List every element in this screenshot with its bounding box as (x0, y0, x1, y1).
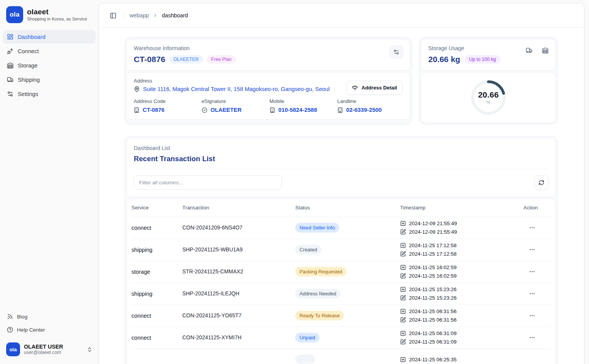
filter-input[interactable] (134, 175, 282, 190)
cell-service: connect (131, 327, 182, 349)
column-action: Action (522, 199, 551, 217)
signpost-icon (352, 85, 358, 91)
cell-transaction: CON-20241125-XYMI7H (182, 327, 295, 349)
refresh-button[interactable] (534, 175, 549, 190)
cell-timestamp: 2024-11-25 17:12:58 2024-11-25 17:12:58 (400, 239, 522, 261)
created-timestamp: 2024-11-25 06:31:56 (400, 308, 522, 314)
row-actions-button[interactable] (527, 289, 538, 298)
created-timestamp: 2024-11-25 15:23:26 (400, 286, 522, 292)
breadcrumb-webapp[interactable]: webapp (130, 12, 149, 19)
chevron-right-icon (153, 13, 158, 18)
truck-icon (7, 76, 13, 83)
storage-view-button[interactable] (541, 46, 549, 54)
column-timestamp: Timestamp (400, 199, 522, 217)
row-actions-button[interactable] (527, 311, 538, 320)
status-badge: Created (295, 245, 321, 254)
building-icon (134, 107, 140, 113)
row-actions-button[interactable] (527, 333, 538, 342)
cell-action (522, 283, 551, 305)
sidebar-item-help-center[interactable]: Help Center (3, 324, 96, 335)
updated-timestamp: 2024-11-25 15:23:26 (400, 295, 522, 301)
updated-timestamp: 2024-11-25 06:31:56 (400, 317, 522, 323)
divider (134, 169, 549, 169)
sidebar-toggle-button[interactable] (108, 10, 118, 21)
storage-card-group: Storage Usage 20.66 kg Up to 100 kg (419, 37, 558, 125)
sidebar: ola olaeet Shopping in Korea, as Service… (0, 0, 99, 364)
brand-name: olaeet (27, 8, 87, 16)
field-label: Mobile (269, 98, 337, 104)
sidebar-item-label: Connect (18, 48, 39, 54)
field-value[interactable]: 010-5824-2588 (278, 107, 317, 113)
transactions-card-group: Dashboard List Recent Transaction List S… (125, 136, 558, 364)
square-pen-icon (400, 251, 406, 257)
field-value[interactable]: OLAEETER (210, 107, 242, 113)
cell-action (522, 349, 551, 364)
plan-badge: Free Plan (207, 55, 236, 64)
ellipsis-icon (529, 224, 535, 231)
field-value[interactable]: 02-6339-2500 (346, 107, 382, 113)
sidebar-item-connect[interactable]: Connect (3, 44, 96, 58)
column-service: Service (131, 199, 182, 217)
cell-transaction (182, 349, 295, 364)
breadcrumb: webapp dashboard (130, 12, 188, 19)
row-actions-button[interactable] (527, 267, 538, 276)
sidebar-item-dashboard[interactable]: Dashboard (3, 30, 96, 44)
truck-icon (526, 47, 532, 54)
cell-timestamp: 2024-12-09 21:55:49 2024-12-09 21:55:49 (400, 217, 522, 239)
main-panel: webapp dashboard Warehouse Information C… (99, 3, 584, 364)
square-plus-icon (400, 308, 406, 314)
address-detail-button[interactable]: Address Detail (346, 81, 403, 95)
cell-service (131, 349, 182, 364)
status-badge: Packing Requested (295, 267, 347, 276)
square-plus-icon (400, 265, 406, 270)
user-email: user@olaeet.com (24, 350, 63, 355)
warehouse-settings-button[interactable] (389, 45, 404, 59)
sidebar-item-shipping[interactable]: Shipping (3, 73, 96, 86)
help-icon (7, 327, 13, 333)
map-pin-icon (134, 86, 140, 92)
storage-actions (525, 46, 549, 54)
topbar: webapp dashboard (99, 3, 584, 28)
cell-status: Created (295, 239, 400, 261)
transactions-title: Recent Transaction List (134, 155, 549, 163)
cell-transaction: STR-20241125-CMMAX2 (182, 261, 295, 283)
created-timestamp: 2024-11-25 06:31:09 (400, 330, 522, 336)
address-link[interactable]: Suite 1116, Magok Central Tower II, 158 … (143, 86, 330, 92)
warehouse-card-group: Warehouse Information CT-0876 OLAEETER F… (125, 37, 412, 125)
shipping-view-button[interactable] (525, 46, 533, 54)
cell-service: connect (131, 217, 182, 239)
table-header-row: Service Transaction Status Timestamp Act… (131, 199, 551, 217)
transactions-table: Service Transaction Status Timestamp Act… (131, 199, 551, 364)
user-menu[interactable]: ola OLAEET USER user@olaeet.com (3, 339, 96, 359)
field-label: Address Code (134, 98, 202, 104)
badge-check-icon (202, 107, 207, 113)
sidebar-item-settings[interactable]: Settings (3, 87, 96, 101)
storage-limit-badge: Up to 100 kg (465, 55, 500, 64)
brand-tagline: Shopping in Korea, as Service (27, 16, 87, 21)
cell-action (522, 239, 551, 261)
field-esignature: eSignature OLAEETER (202, 98, 269, 113)
field-mobile: Mobile 010-5824-2588 (269, 98, 337, 113)
chevrons-up-down-icon[interactable] (87, 347, 93, 352)
sidebar-item-storage[interactable]: Storage (3, 59, 96, 72)
square-plus-icon (400, 330, 406, 336)
user-name: OLAEET USER (24, 344, 63, 350)
table-row: 2024-11-25 06:25:35 (131, 349, 551, 364)
column-status: Status (295, 199, 400, 217)
status-badge: Need Seller Info (295, 223, 339, 233)
field-address-code: Address Code CT-0876 (134, 98, 202, 113)
updated-timestamp: 2024-11-25 16:02:59 (400, 273, 522, 279)
ellipsis-icon (529, 334, 535, 341)
dashboard-icon (7, 34, 13, 40)
sidebar-item-blog[interactable]: Blog (3, 311, 96, 322)
cell-status: Address Needed (295, 283, 400, 305)
row-actions-button[interactable] (527, 245, 538, 254)
sidebar-nav: Dashboard Connect Storage Shipping Setti… (3, 30, 96, 101)
warehouse-info-card: Warehouse Information CT-0876 OLAEETER F… (126, 39, 410, 71)
table-row: shipping SHP-20241125-ILEJQH Address Nee… (131, 283, 551, 305)
updated-timestamp: 2024-11-25 06:31:09 (400, 339, 522, 345)
field-value[interactable]: CT-0876 (143, 107, 165, 113)
cell-service: shipping (131, 239, 182, 261)
dashboard-list-label: Dashboard List (134, 145, 549, 151)
row-actions-button[interactable] (527, 223, 538, 233)
